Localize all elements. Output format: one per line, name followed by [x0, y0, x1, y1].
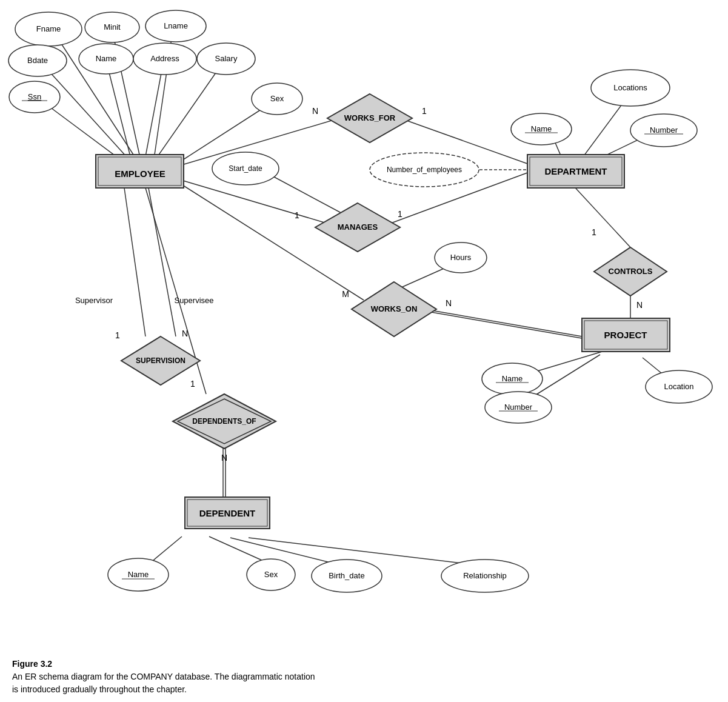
manages-1-dept: 1 — [398, 209, 402, 219]
works-on-label: WORKS_ON — [371, 304, 418, 313]
er-diagram-svg: EMPLOYEE DEPARTMENT PROJECT DEPENDENT WO… — [0, 0, 728, 661]
dependent-label: DEPENDENT — [199, 508, 256, 518]
supervisee-label: Supervisee — [174, 296, 213, 305]
supervision-label: SUPERVISION — [136, 356, 185, 365]
dept-number-attr: Number — [650, 125, 678, 135]
svg-line-21 — [424, 311, 582, 338]
works-for-1: 1 — [422, 106, 427, 116]
relationship-attr: Relationship — [463, 571, 507, 580]
supervision-1: 1 — [115, 330, 120, 340]
svg-line-14 — [570, 182, 630, 247]
er-diagram-container: EMPLOYEE DEPARTMENT PROJECT DEPENDENT WO… — [0, 0, 728, 661]
project-label: PROJECT — [604, 330, 647, 340]
works-on-m: M — [342, 289, 349, 299]
manages-label: MANAGES — [338, 222, 378, 232]
fname-attr: Fname — [36, 24, 61, 33]
supervision-n: N — [182, 329, 188, 338]
works-on-n: N — [446, 298, 452, 308]
dep-sex-attr: Sex — [264, 570, 278, 579]
birth-date-attr: Birth_date — [329, 571, 364, 580]
caption-line2: is introduced gradually throughout the c… — [12, 684, 187, 694]
employee-label: EMPLOYEE — [115, 169, 165, 179]
dependents-of-label: DEPENDENTS_OF — [192, 417, 256, 426]
dependents-of-n: N — [221, 453, 227, 463]
bdate-attr: Bdate — [27, 56, 48, 65]
location-attr: Location — [664, 382, 693, 391]
supervisor-label: Supervisor — [75, 296, 113, 305]
figure-caption: Figure 3.2 An ER schema diagram for the … — [12, 658, 315, 696]
proj-name-attr: Name — [502, 374, 523, 383]
svg-line-19 — [173, 179, 364, 300]
svg-line-4 — [106, 61, 130, 156]
svg-line-11 — [579, 97, 627, 162]
dept-name-attr: Name — [531, 124, 552, 133]
salary-attr: Salary — [215, 54, 238, 63]
proj-number-attr: Number — [504, 403, 533, 412]
hours-attr: Hours — [450, 253, 472, 262]
svg-line-27 — [149, 188, 176, 336]
caption-line1: An ER schema diagram for the COMPANY dat… — [12, 672, 315, 681]
controls-n: N — [636, 300, 643, 310]
controls-label: CONTROLS — [609, 267, 653, 276]
dependents-of-1: 1 — [190, 379, 195, 389]
svg-line-26 — [124, 188, 145, 336]
start-date-attr: Start_date — [229, 164, 262, 173]
locations-attr: Locations — [613, 83, 647, 92]
minit-attr: Minit — [104, 22, 121, 32]
works-for-n: N — [312, 106, 318, 116]
department-label: DEPARTMENT — [544, 166, 607, 176]
svg-line-20 — [424, 309, 582, 336]
sex-emp-attr: Sex — [270, 94, 284, 103]
svg-line-6 — [158, 61, 224, 156]
controls-1: 1 — [592, 227, 596, 237]
figure-title: Figure 3.2 — [12, 659, 52, 669]
svg-line-32 — [209, 537, 270, 564]
address-attr: Address — [150, 54, 179, 63]
num-employees-attr: Number_of_employees — [387, 165, 462, 174]
lname-attr: Lname — [164, 21, 188, 30]
name-emp-attr: Name — [96, 54, 117, 63]
dep-name-attr: Name — [128, 570, 149, 579]
works-for-label: WORKS_FOR — [344, 113, 396, 122]
manages-1-emp: 1 — [295, 210, 299, 220]
ssn-attr: Ssn — [28, 92, 41, 101]
